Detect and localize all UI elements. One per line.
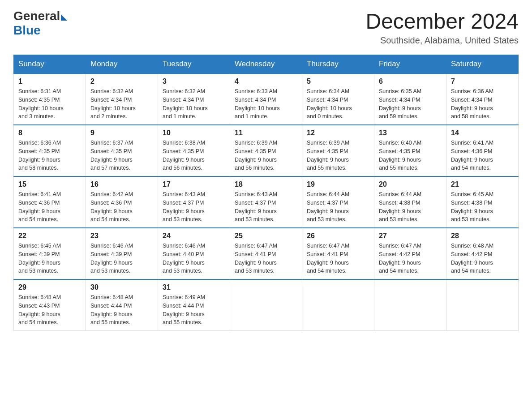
calendar-cell: 2Sunrise: 6:32 AM Sunset: 4:34 PM Daylig… [86,73,158,125]
logo-blue-text: Blue [13,23,67,38]
day-info: Sunrise: 6:31 AM Sunset: 4:35 PM Dayligh… [18,87,81,121]
calendar-cell: 15Sunrise: 6:41 AM Sunset: 4:36 PM Dayli… [14,176,86,228]
calendar-cell: 18Sunrise: 6:43 AM Sunset: 4:37 PM Dayli… [230,176,302,228]
calendar-cell: 23Sunrise: 6:46 AM Sunset: 4:39 PM Dayli… [86,228,158,279]
day-info: Sunrise: 6:40 AM Sunset: 4:35 PM Dayligh… [379,139,442,172]
calendar-cell: 24Sunrise: 6:46 AM Sunset: 4:40 PM Dayli… [158,228,230,279]
day-info: Sunrise: 6:48 AM Sunset: 4:44 PM Dayligh… [90,293,153,327]
calendar-cell: 30Sunrise: 6:48 AM Sunset: 4:44 PM Dayli… [86,279,158,331]
day-number: 4 [235,77,297,86]
day-info: Sunrise: 6:41 AM Sunset: 4:36 PM Dayligh… [451,139,514,172]
calendar-cell: 11Sunrise: 6:39 AM Sunset: 4:35 PM Dayli… [230,125,302,176]
day-info: Sunrise: 6:35 AM Sunset: 4:34 PM Dayligh… [379,87,442,121]
day-info: Sunrise: 6:45 AM Sunset: 4:39 PM Dayligh… [18,242,81,275]
day-number: 6 [379,77,442,86]
day-number: 1 [18,77,81,86]
calendar-week-row: 1Sunrise: 6:31 AM Sunset: 4:35 PM Daylig… [14,73,519,125]
day-header-monday: Monday [86,55,158,74]
day-number: 2 [90,77,153,86]
day-number: 10 [163,129,225,137]
calendar-cell: 10Sunrise: 6:38 AM Sunset: 4:35 PM Dayli… [158,125,230,176]
day-info: Sunrise: 6:47 AM Sunset: 4:41 PM Dayligh… [235,242,297,275]
day-number: 13 [379,129,442,137]
calendar-cell: 5Sunrise: 6:34 AM Sunset: 4:34 PM Daylig… [302,73,374,125]
day-number: 22 [18,232,81,240]
day-number: 15 [18,180,81,188]
calendar-cell: 3Sunrise: 6:32 AM Sunset: 4:34 PM Daylig… [158,73,230,125]
day-info: Sunrise: 6:45 AM Sunset: 4:38 PM Dayligh… [451,190,514,224]
day-info: Sunrise: 6:43 AM Sunset: 4:37 PM Dayligh… [163,190,225,224]
day-info: Sunrise: 6:49 AM Sunset: 4:44 PM Dayligh… [163,293,225,327]
calendar-cell: 16Sunrise: 6:42 AM Sunset: 4:36 PM Dayli… [86,176,158,228]
day-number: 26 [307,232,369,240]
calendar-cell: 31Sunrise: 6:49 AM Sunset: 4:44 PM Dayli… [158,279,230,331]
calendar-cell: 1Sunrise: 6:31 AM Sunset: 4:35 PM Daylig… [14,73,86,125]
day-number: 24 [163,232,225,240]
logo-general-text: General [13,9,60,23]
day-info: Sunrise: 6:41 AM Sunset: 4:36 PM Dayligh… [18,190,81,224]
day-number: 23 [90,232,153,240]
calendar-week-row: 22Sunrise: 6:45 AM Sunset: 4:39 PM Dayli… [14,228,519,279]
calendar-cell: 21Sunrise: 6:45 AM Sunset: 4:38 PM Dayli… [446,176,519,228]
calendar-cell [374,279,446,331]
calendar-cell: 25Sunrise: 6:47 AM Sunset: 4:41 PM Dayli… [230,228,302,279]
calendar-table: SundayMondayTuesdayWednesdayThursdayFrid… [13,55,519,331]
day-info: Sunrise: 6:39 AM Sunset: 4:35 PM Dayligh… [235,139,297,172]
day-info: Sunrise: 6:42 AM Sunset: 4:36 PM Dayligh… [90,190,153,224]
day-info: Sunrise: 6:46 AM Sunset: 4:40 PM Dayligh… [163,242,225,275]
logo-triangle-icon [61,14,67,21]
day-number: 14 [451,129,514,137]
calendar-cell: 12Sunrise: 6:39 AM Sunset: 4:35 PM Dayli… [302,125,374,176]
day-info: Sunrise: 6:44 AM Sunset: 4:38 PM Dayligh… [379,190,442,224]
day-number: 12 [307,129,369,137]
calendar-cell: 29Sunrise: 6:48 AM Sunset: 4:43 PM Dayli… [14,279,86,331]
calendar-week-row: 29Sunrise: 6:48 AM Sunset: 4:43 PM Dayli… [14,279,519,331]
calendar-week-row: 8Sunrise: 6:36 AM Sunset: 4:35 PM Daylig… [14,125,519,176]
calendar-subtitle: Southside, Alabama, United States [365,35,519,46]
day-header-tuesday: Tuesday [158,55,230,74]
day-info: Sunrise: 6:36 AM Sunset: 4:35 PM Dayligh… [18,139,81,172]
logo[interactable]: General Blue [13,9,67,38]
day-info: Sunrise: 6:48 AM Sunset: 4:42 PM Dayligh… [451,242,514,275]
day-number: 16 [90,180,153,188]
day-number: 19 [307,180,369,188]
calendar-cell: 22Sunrise: 6:45 AM Sunset: 4:39 PM Dayli… [14,228,86,279]
day-info: Sunrise: 6:47 AM Sunset: 4:41 PM Dayligh… [307,242,369,275]
day-info: Sunrise: 6:33 AM Sunset: 4:34 PM Dayligh… [235,87,297,121]
calendar-week-row: 15Sunrise: 6:41 AM Sunset: 4:36 PM Dayli… [14,176,519,228]
day-info: Sunrise: 6:34 AM Sunset: 4:34 PM Dayligh… [307,87,369,121]
calendar-cell: 13Sunrise: 6:40 AM Sunset: 4:35 PM Dayli… [374,125,446,176]
calendar-cell: 20Sunrise: 6:44 AM Sunset: 4:38 PM Dayli… [374,176,446,228]
day-number: 7 [451,77,514,86]
day-number: 31 [163,283,225,291]
day-number: 9 [90,129,153,137]
day-number: 18 [235,180,297,188]
day-number: 28 [451,232,514,240]
calendar-cell: 6Sunrise: 6:35 AM Sunset: 4:34 PM Daylig… [374,73,446,125]
calendar-cell: 27Sunrise: 6:47 AM Sunset: 4:42 PM Dayli… [374,228,446,279]
day-info: Sunrise: 6:48 AM Sunset: 4:43 PM Dayligh… [18,293,81,327]
calendar-cell: 26Sunrise: 6:47 AM Sunset: 4:41 PM Dayli… [302,228,374,279]
day-info: Sunrise: 6:39 AM Sunset: 4:35 PM Dayligh… [307,139,369,172]
day-number: 27 [379,232,442,240]
calendar-cell [302,279,374,331]
day-number: 8 [18,129,81,137]
calendar-cell: 19Sunrise: 6:44 AM Sunset: 4:37 PM Dayli… [302,176,374,228]
calendar-cell: 7Sunrise: 6:36 AM Sunset: 4:34 PM Daylig… [446,73,519,125]
day-info: Sunrise: 6:38 AM Sunset: 4:35 PM Dayligh… [163,139,225,172]
calendar-header-row: SundayMondayTuesdayWednesdayThursdayFrid… [14,55,519,74]
calendar-cell: 9Sunrise: 6:37 AM Sunset: 4:35 PM Daylig… [86,125,158,176]
calendar-cell: 14Sunrise: 6:41 AM Sunset: 4:36 PM Dayli… [446,125,519,176]
calendar-title: December 2024 [365,9,519,34]
page-header: General Blue December 2024 Southside, Al… [13,9,519,46]
day-header-saturday: Saturday [446,55,519,74]
day-number: 29 [18,283,81,291]
calendar-cell: 28Sunrise: 6:48 AM Sunset: 4:42 PM Dayli… [446,228,519,279]
day-header-friday: Friday [374,55,446,74]
day-info: Sunrise: 6:46 AM Sunset: 4:39 PM Dayligh… [90,242,153,275]
day-number: 20 [379,180,442,188]
calendar-cell [446,279,519,331]
day-info: Sunrise: 6:43 AM Sunset: 4:37 PM Dayligh… [235,190,297,224]
title-block: December 2024 Southside, Alabama, United… [365,9,519,46]
day-number: 3 [163,77,225,86]
